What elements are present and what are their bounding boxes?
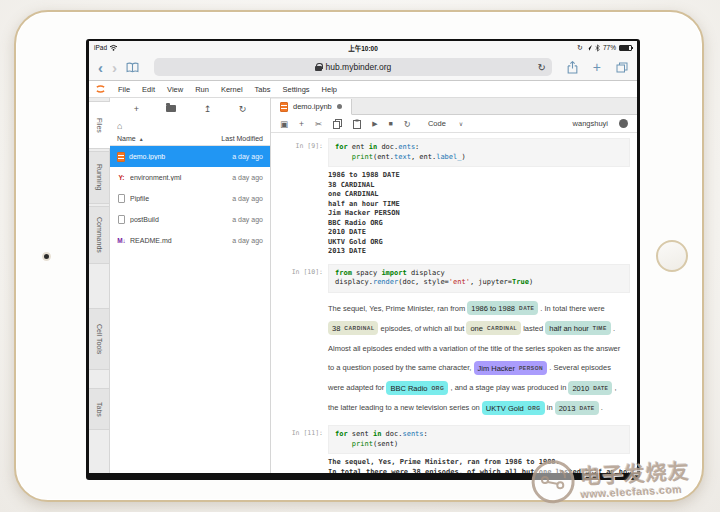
menu-item-kernel[interactable]: Kernel — [221, 85, 243, 94]
stop-icon[interactable]: ■ — [389, 120, 393, 127]
notebook-file-icon — [117, 152, 125, 162]
jupyter-menu: FileEditViewRunKernelTabsSettingsHelp — [118, 85, 337, 94]
clock: 上午10:00 — [89, 43, 637, 53]
column-modified[interactable]: Last Modified — [221, 135, 263, 142]
menu-item-settings[interactable]: Settings — [282, 85, 309, 94]
sidebar-tab-tabs[interactable]: Tabs — [89, 388, 110, 430]
markdown-file-icon: M↓ — [117, 237, 126, 244]
file-name: demo.ipynb — [129, 153, 228, 160]
safari-toolbar: ‹ › hub.mybinder.org ↻ + — [89, 54, 637, 81]
file-icon — [117, 215, 126, 224]
code-cell-0: In [9]:for ent in doc.ents: print(ent.te… — [276, 138, 630, 257]
entity-chip-date: 1986 to 1988DATE — [467, 301, 538, 315]
cell-output-text: The sequel, Yes, Prime Minister, ran fro… — [328, 458, 630, 473]
file-row-demo.ipynb[interactable]: demo.ipynba day ago — [110, 146, 270, 167]
copy-icon[interactable] — [333, 119, 342, 129]
cell-input[interactable]: for sent in doc.sents: print(sent) — [328, 425, 630, 454]
sidebar-tab-commands[interactable]: Commands — [89, 206, 110, 264]
save-icon[interactable]: ▣ — [280, 119, 288, 129]
entity-chip-date: 2013DATE — [555, 401, 599, 415]
file-modified: a day ago — [232, 153, 263, 160]
cell-prompt: In [11]: — [276, 425, 328, 473]
kernel-status-icon[interactable] — [619, 119, 628, 128]
paste-icon[interactable] — [353, 119, 361, 129]
restart-kernel-icon[interactable]: ↻ — [404, 119, 411, 129]
menu-item-help[interactable]: Help — [322, 85, 337, 94]
file-name: README.md — [130, 237, 228, 244]
url-bar[interactable]: hub.mybinder.org ↻ — [154, 58, 552, 76]
run-icon[interactable]: ▶ — [372, 120, 377, 128]
menu-item-view[interactable]: View — [167, 85, 183, 94]
entity-chip-org: BBC RadioORG — [386, 381, 448, 395]
back-button[interactable]: ‹ — [98, 60, 103, 75]
notebook-tab[interactable]: demo.ipynb — [271, 99, 352, 115]
url-text: hub.mybinder.org — [326, 62, 392, 72]
upload-icon[interactable]: ↥ — [204, 104, 212, 114]
share-icon[interactable] — [567, 61, 578, 74]
cell-prompt: In [9]: — [276, 138, 328, 257]
cell-input[interactable]: for ent in doc.ents: print(ent.text, ent… — [328, 138, 630, 167]
sidebar-tab-running[interactable]: Running — [89, 151, 110, 204]
file-name: postBuild — [130, 216, 228, 223]
notebook-content[interactable]: In [9]:for ent in doc.ents: print(ent.te… — [271, 133, 637, 473]
file-name: Pipfile — [130, 195, 228, 202]
file-icon — [117, 194, 126, 203]
new-tab-icon[interactable]: + — [593, 59, 601, 75]
menu-item-file[interactable]: File — [118, 85, 130, 94]
file-row-postbuild[interactable]: postBuilda day ago — [110, 209, 270, 230]
ios-status-bar: iPad 上午10:00 ↻ 77% — [89, 41, 637, 54]
sort-caret-icon: ▲ — [139, 136, 144, 142]
file-row-readme.md[interactable]: M↓README.mda day ago — [110, 230, 270, 251]
tabs-icon[interactable] — [616, 62, 628, 73]
file-list-header[interactable]: Name ▲ Last Modified — [110, 132, 270, 146]
ipad-screen: iPad 上午10:00 ↻ 77% — [86, 39, 640, 480]
cut-icon[interactable]: ✂ — [315, 119, 322, 129]
new-folder-icon[interactable] — [166, 105, 176, 112]
entity-chip-cardinal: oneCARDINAL — [466, 321, 521, 335]
column-name[interactable]: Name — [117, 135, 136, 142]
notebook-file-icon — [280, 102, 288, 112]
cell-input[interactable]: from spacy import displacydisplacy.rende… — [328, 264, 630, 293]
bookmarks-icon[interactable] — [126, 62, 139, 73]
battery-percent: 77% — [603, 44, 616, 51]
dock-tab-bar: demo.ipynb — [271, 98, 637, 115]
home-breadcrumb-icon[interactable]: ⌂ — [117, 121, 122, 131]
menu-item-run[interactable]: Run — [195, 85, 209, 94]
cell-output-text: 1986 to 1988 DATE 38 CARDINAL one CARDIN… — [328, 171, 630, 257]
file-name: environment.yml — [130, 174, 228, 181]
code-cell-2: In [11]:for sent in doc.sents: print(sen… — [276, 425, 630, 473]
entity-chip-date: 2010DATE — [568, 381, 612, 395]
sidebar-tab-files[interactable]: Files — [89, 101, 111, 149]
add-cell-icon[interactable]: + — [299, 119, 304, 129]
sidebar-tab-cell-tools[interactable]: Cell Tools — [89, 308, 110, 370]
entity-chip-person: Jim HackerPERSON — [474, 361, 548, 375]
jupyter-logo-icon — [95, 84, 106, 94]
photo-background: iPad 上午10:00 ↻ 77% — [0, 0, 720, 512]
file-row-environment.yml[interactable]: Y:environment.ymla day ago — [110, 167, 270, 188]
location-icon — [586, 45, 592, 51]
front-camera — [42, 252, 51, 261]
reload-button[interactable]: ↻ — [537, 62, 545, 73]
cell-type-dropdown[interactable]: Code — [428, 119, 446, 128]
code-cell-1: In [10]:from spacy import displacydispla… — [276, 264, 630, 419]
entity-chip-org: UKTV GoldORG — [482, 401, 545, 415]
home-button[interactable] — [656, 240, 688, 272]
chevron-down-icon: ∨ — [459, 120, 463, 127]
menu-item-edit[interactable]: Edit — [142, 85, 155, 94]
kernel-name[interactable]: wangshuyi — [573, 119, 608, 128]
menu-item-tabs[interactable]: Tabs — [255, 85, 271, 94]
ipad-device-frame: iPad 上午10:00 ↻ 77% — [14, 10, 704, 502]
jupyterlab-menubar: FileEditViewRunKernelTabsSettingsHelp — [89, 81, 637, 98]
file-modified: a day ago — [232, 174, 263, 181]
file-modified: a day ago — [232, 216, 263, 223]
file-modified: a day ago — [232, 195, 263, 202]
bluetooth-icon — [595, 44, 600, 52]
entity-chip-cardinal: 38CARDINAL — [328, 321, 378, 335]
notebook-panel: demo.ipynb ▣ + ✂ — [271, 98, 637, 473]
forward-button[interactable]: › — [112, 60, 117, 75]
notebook-tab-title: demo.ipynb — [293, 102, 332, 111]
file-row-pipfile[interactable]: Pipfilea day ago — [110, 188, 270, 209]
refresh-files-icon[interactable]: ↻ — [239, 104, 247, 114]
file-list: demo.ipynba day agoY:environment.ymla da… — [110, 146, 270, 251]
new-launcher-button[interactable]: + — [134, 104, 139, 114]
